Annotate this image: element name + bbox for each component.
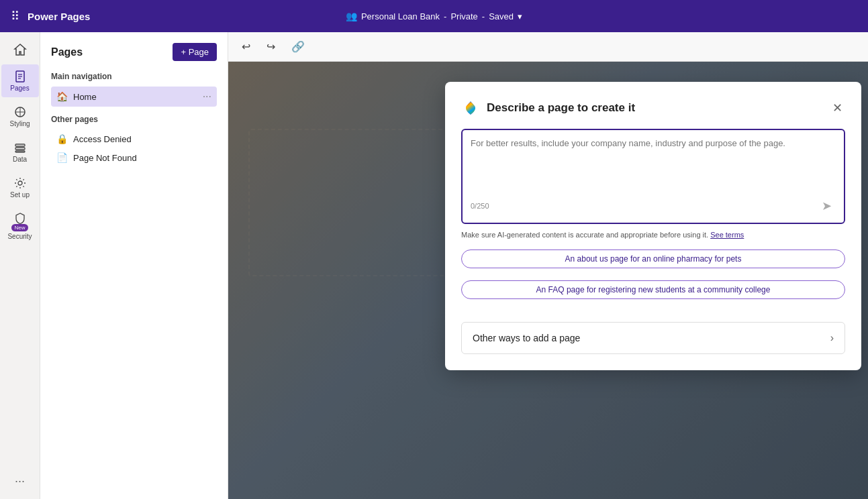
access-denied-label: Access Denied	[73, 134, 132, 144]
textarea-footer: 0/250 ➤	[471, 197, 836, 215]
app-grid-icon[interactable]: ⠿	[11, 9, 19, 23]
home-page-label: Home	[73, 92, 97, 102]
page-not-found-label: Page Not Found	[73, 153, 137, 163]
security-label: Security	[7, 233, 32, 240]
sidebar-item-home[interactable]	[1, 38, 39, 62]
modal-title-group: Describe a page to create it	[461, 99, 635, 117]
sidebar-item-data[interactable]: Data	[1, 135, 39, 168]
suggestion-2[interactable]: An FAQ page for registering new students…	[461, 280, 845, 299]
chevron-right-icon: ›	[830, 332, 834, 344]
create-page-modal: Describe a page to create it ✕ 0/250 ➤ M…	[445, 82, 861, 370]
svg-point-8	[18, 181, 22, 185]
modal-overlay: Describe a page to create it ✕ 0/250 ➤ M…	[228, 62, 868, 499]
more-options-icon[interactable]: ···	[15, 474, 25, 488]
send-button[interactable]: ➤	[818, 197, 836, 215]
data-icon	[13, 141, 27, 154]
disclaimer-text: Make sure AI-generated content is accura…	[461, 231, 845, 239]
pages-icon	[13, 70, 27, 83]
main-canvas: ↩ ↪ 🔗 ◎ Personal Loan Bank	[228, 32, 868, 499]
other-ways-section[interactable]: Other ways to add a page ›	[461, 322, 845, 354]
setup-icon	[13, 176, 27, 190]
modal-textarea-wrapper[interactable]: 0/250 ➤	[461, 129, 845, 224]
site-info: 👥 Personal Loan Bank - Private - Saved ▾	[346, 11, 522, 21]
other-pages-label: Other pages	[51, 115, 217, 124]
dropdown-chevron-icon[interactable]: ▾	[518, 11, 522, 21]
site-separator2: -	[482, 11, 485, 21]
site-separator: -	[444, 11, 446, 21]
modal-header: Describe a page to create it ✕	[461, 98, 845, 118]
suggestions-row: An about us page for an online pharmacy …	[461, 249, 845, 306]
site-status: Private	[450, 11, 477, 21]
undo-button[interactable]: ↩	[236, 38, 256, 56]
suggestion-1[interactable]: An about us page for an online pharmacy …	[461, 249, 845, 268]
icon-sidebar: Pages Styling Data Set up New Security ·…	[0, 32, 40, 499]
app-title: Power Pages	[28, 11, 90, 22]
styling-label: Styling	[9, 120, 30, 127]
pages-panel: Pages + Page Main navigation 🏠 Home ··· …	[40, 32, 228, 499]
lock-icon: 🔒	[56, 133, 68, 144]
nav-item-page-not-found[interactable]: 📄 Page Not Found	[51, 148, 217, 167]
copilot-icon	[461, 99, 480, 117]
pages-panel-title: Pages	[51, 46, 83, 58]
pages-panel-header: Pages + Page	[51, 43, 217, 61]
home-nav-icon: 🏠	[56, 91, 68, 102]
svg-rect-5	[15, 144, 25, 146]
char-count: 0/250	[471, 202, 489, 210]
sidebar-item-pages[interactable]: Pages	[1, 64, 39, 97]
nav-item-home[interactable]: 🏠 Home ···	[51, 87, 217, 107]
site-saved: Saved	[489, 11, 514, 21]
redo-button[interactable]: ↪	[261, 38, 281, 56]
toolbar: ↩ ↪ 🔗	[228, 32, 868, 62]
modal-close-button[interactable]: ✕	[830, 98, 845, 118]
other-ways-label: Other ways to add a page	[473, 333, 580, 343]
setup-label: Set up	[10, 191, 30, 199]
security-icon	[13, 212, 27, 225]
styling-icon	[13, 105, 27, 119]
top-bar: ⠿ Power Pages 👥 Personal Loan Bank - Pri…	[0, 0, 868, 32]
home-more-icon[interactable]: ···	[203, 91, 211, 103]
modal-title-text: Describe a page to create it	[487, 101, 635, 115]
site-preview: ◎ Personal Loan Bank	[228, 62, 868, 499]
nav-item-access-denied[interactable]: 🔒 Access Denied	[51, 129, 217, 148]
site-users-icon: 👥	[346, 11, 357, 21]
svg-rect-6	[15, 148, 25, 150]
sidebar-item-security[interactable]: New Security	[1, 207, 39, 245]
page-description-input[interactable]	[471, 138, 836, 192]
sidebar-item-setup[interactable]: Set up	[1, 171, 39, 204]
sidebar-item-styling[interactable]: Styling	[1, 100, 39, 133]
home-icon	[13, 43, 27, 56]
pages-label: Pages	[10, 85, 29, 92]
add-page-button[interactable]: + Page	[173, 43, 217, 61]
main-nav-label: Main navigation	[51, 72, 217, 81]
file-icon: 📄	[56, 152, 68, 163]
new-badge: New	[11, 224, 28, 231]
link-button[interactable]: 🔗	[286, 38, 310, 56]
site-name: Personal Loan Bank	[361, 11, 440, 21]
svg-rect-7	[15, 151, 25, 152]
see-terms-link[interactable]: See terms	[710, 231, 744, 239]
data-label: Data	[13, 156, 27, 163]
